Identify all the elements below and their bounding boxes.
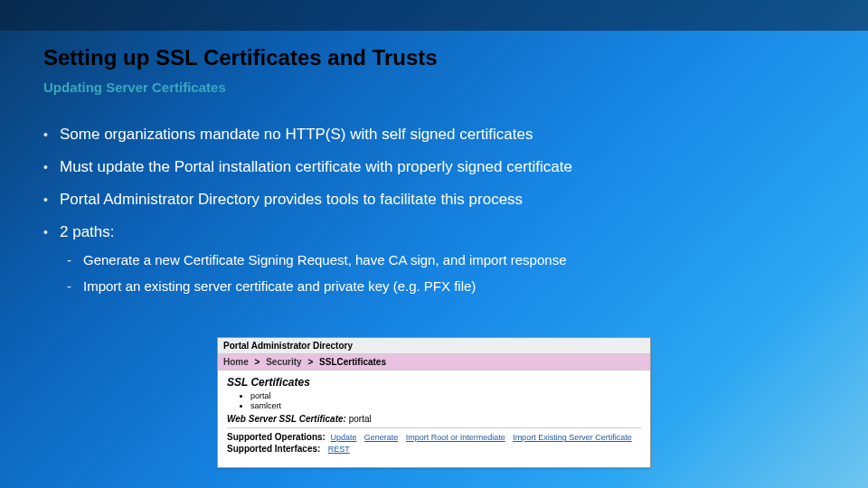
sub-bullet-text: Import an existing server certificate an…: [83, 278, 476, 294]
slide: Setting up SSL Certificates and Trusts U…: [0, 0, 868, 488]
cert-list-item[interactable]: portal: [250, 391, 641, 400]
content-area: Setting up SSL Certificates and Trusts U…: [43, 45, 832, 308]
op-import-existing-link[interactable]: Import Existing Server Certificate: [513, 433, 632, 442]
web-server-cert-line: Web Server SSL Certificate: portal: [227, 414, 641, 424]
supported-operations-line: Supported Operations: Update Generate Im…: [227, 432, 641, 442]
breadcrumb-current: SSLCertificates: [319, 357, 386, 367]
iface-rest-link[interactable]: REST: [328, 445, 350, 454]
op-generate-link[interactable]: Generate: [364, 433, 399, 442]
cert-list-item[interactable]: samlcert: [250, 401, 641, 410]
slide-title: Setting up SSL Certificates and Trusts: [43, 45, 832, 70]
bullet-text: Some organizations mandate no HTTP(S) wi…: [60, 126, 533, 143]
portal-window-title: Portal Administrator Directory: [218, 338, 650, 354]
supported-iface-label: Supported Interfaces:: [227, 444, 320, 454]
supported-interfaces-line: Supported Interfaces: REST: [227, 444, 641, 454]
section-heading: SSL Certificates: [227, 376, 641, 389]
breadcrumb-home[interactable]: Home: [223, 357, 249, 367]
bullet-text: Portal Administrator Directory provides …: [60, 191, 523, 208]
sub-bullet-list: Generate a new Certificate Signing Reque…: [67, 252, 832, 294]
bullet-item: Some organizations mandate no HTTP(S) wi…: [43, 126, 832, 144]
slide-subtitle: Updating Server Certificates: [43, 80, 832, 95]
web-server-value: portal: [349, 414, 372, 424]
bullet-text: 2 paths:: [60, 223, 115, 240]
bullet-text: Must update the Portal installation cert…: [60, 158, 572, 175]
breadcrumb-sep: >: [307, 357, 313, 367]
op-update-link[interactable]: Update: [330, 433, 356, 442]
portal-body: SSL Certificates portal samlcert Web Ser…: [218, 371, 650, 459]
top-band: [0, 0, 868, 31]
bullet-list: Some organizations mandate no HTTP(S) wi…: [43, 126, 832, 294]
op-import-root-link[interactable]: Import Root or Intermediate: [406, 433, 505, 442]
supported-ops-label: Supported Operations:: [227, 432, 326, 442]
bullet-item: Must update the Portal installation cert…: [43, 158, 832, 176]
sub-bullet-text: Generate a new Certificate Signing Reque…: [83, 252, 566, 267]
breadcrumb-security[interactable]: Security: [266, 357, 301, 367]
breadcrumb: Home > Security > SSLCertificates: [218, 354, 650, 371]
portal-admin-window: Portal Administrator Directory Home > Se…: [217, 337, 651, 468]
divider: [227, 427, 641, 428]
bullet-item: Portal Administrator Directory provides …: [43, 191, 832, 209]
sub-bullet-item: Import an existing server certificate an…: [67, 278, 832, 294]
sub-bullet-item: Generate a new Certificate Signing Reque…: [67, 252, 832, 267]
bullet-item: 2 paths: Generate a new Certificate Sign…: [43, 223, 832, 294]
breadcrumb-sep: >: [255, 357, 260, 367]
cert-list: portal samlcert: [250, 391, 641, 410]
web-server-label: Web Server SSL Certificate:: [227, 414, 346, 424]
